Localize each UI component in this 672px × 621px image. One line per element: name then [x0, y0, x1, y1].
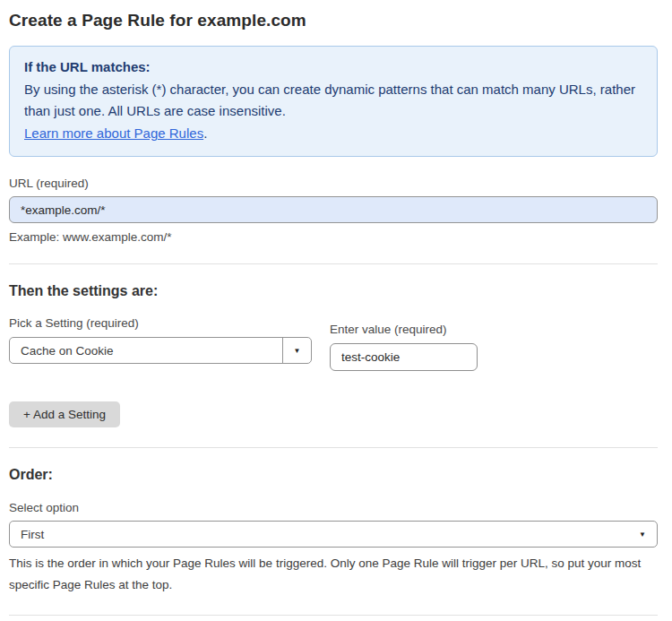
- settings-row: Pick a Setting (required) Cache on Cooki…: [9, 316, 658, 371]
- setting-value-input[interactable]: [330, 343, 478, 371]
- page-rule-form: Create a Page Rule for example.com If th…: [0, 0, 672, 621]
- order-selected-value: First: [21, 528, 44, 541]
- setting-picker-dropdown[interactable]: Cache on Cookie ▼: [9, 337, 312, 364]
- setting-picker-arrow-button[interactable]: ▼: [282, 338, 311, 363]
- learn-more-link[interactable]: Learn more about Page Rules: [24, 125, 203, 141]
- page-title: Create a Page Rule for example.com: [9, 11, 658, 30]
- setting-value-column: Enter value (required): [330, 323, 478, 371]
- divider-before-actions: [9, 615, 658, 616]
- divider-before-order: [9, 447, 658, 448]
- order-select[interactable]: First ▼: [9, 521, 658, 548]
- divider-after-url: [9, 263, 658, 264]
- info-box-body: By using the asterisk (*) character, you…: [24, 79, 642, 122]
- url-match-info-box: If the URL matches: By using the asteris…: [9, 46, 658, 157]
- order-section-heading: Order:: [9, 467, 658, 483]
- chevron-down-icon: ▼: [294, 347, 301, 355]
- url-field-label: URL (required): [9, 177, 658, 190]
- setting-picker-label: Pick a Setting (required): [9, 316, 312, 330]
- info-box-link-line: Learn more about Page Rules.: [24, 123, 642, 144]
- order-select-label: Select option: [9, 501, 658, 514]
- setting-picker-selected-value: Cache on Cookie: [10, 338, 282, 363]
- info-box-heading: If the URL matches:: [24, 56, 642, 78]
- add-setting-button[interactable]: + Add a Setting: [9, 401, 120, 427]
- setting-value-label: Enter value (required): [330, 323, 478, 336]
- setting-picker-column: Pick a Setting (required) Cache on Cooki…: [9, 316, 312, 371]
- order-help-text: This is the order in which your Page Rul…: [9, 553, 658, 595]
- settings-section-heading: Then the settings are:: [9, 283, 658, 299]
- link-suffix: .: [203, 125, 207, 141]
- url-input[interactable]: [9, 196, 658, 223]
- url-example-hint: Example: www.example.com/*: [9, 230, 658, 244]
- chevron-down-icon: ▼: [639, 530, 646, 539]
